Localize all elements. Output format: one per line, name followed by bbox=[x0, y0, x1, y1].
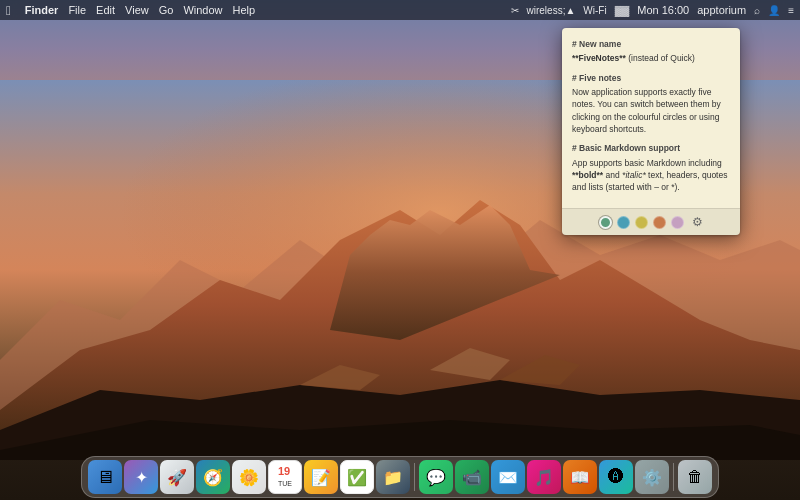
menubar-right: ✂ wireless;▲ Wi-Fi ▓▓ Mon 16:00 apptoriu… bbox=[511, 4, 794, 16]
edit-menu[interactable]: Edit bbox=[96, 4, 115, 16]
dock-separator bbox=[414, 463, 415, 491]
dock-item-appstore[interactable]: 🅐 bbox=[599, 460, 633, 494]
note-footer: ⚙ bbox=[562, 208, 740, 235]
clock-display: Mon 16:00 bbox=[637, 4, 689, 16]
user-icon[interactable]: 👤 bbox=[768, 5, 780, 16]
apptorium-label[interactable]: apptorium bbox=[697, 4, 746, 16]
color-dot-yellow[interactable] bbox=[635, 216, 648, 229]
dock-separator-2 bbox=[673, 463, 674, 491]
dock-item-ibooks[interactable]: 📖 bbox=[563, 460, 597, 494]
dock-item-itunes[interactable]: 🎵 bbox=[527, 460, 561, 494]
dock-item-siri[interactable]: ✦ bbox=[124, 460, 158, 494]
dock-item-photos[interactable]: 🌼 bbox=[232, 460, 266, 494]
dock-item-reminders[interactable]: ✅ bbox=[340, 460, 374, 494]
dock-item-folder[interactable]: 📁 bbox=[376, 460, 410, 494]
menubar-left:  Finder File Edit View Go Window Help bbox=[6, 3, 255, 18]
dock-item-mail[interactable]: ✉️ bbox=[491, 460, 525, 494]
dock-item-finder[interactable]: 🖥 bbox=[88, 460, 122, 494]
note-heading-1: # New name bbox=[572, 38, 730, 50]
apple-menu[interactable]:  bbox=[6, 3, 11, 18]
note-line-1: **FiveNotes** (instead of Quick) bbox=[572, 53, 695, 63]
search-icon[interactable]: ⌕ bbox=[754, 5, 760, 16]
dock-item-calendar[interactable]: 19TUE bbox=[268, 460, 302, 494]
note-content: # New name **FiveNotes** (instead of Qui… bbox=[562, 28, 740, 208]
dock-item-messages[interactable]: 💬 bbox=[419, 460, 453, 494]
note-section-3: # Basic Markdown support App supports ba… bbox=[572, 142, 730, 193]
battery-icon[interactable]: ▓▓ bbox=[615, 5, 630, 16]
dock-item-notes[interactable]: 📝 bbox=[304, 460, 338, 494]
dock-item-launchpad[interactable]: 🚀 bbox=[160, 460, 194, 494]
finder-menu[interactable]: Finder bbox=[25, 4, 59, 16]
note-heading-2: # Five notes bbox=[572, 72, 730, 84]
dock-item-facetime[interactable]: 📹 bbox=[455, 460, 489, 494]
color-dot-blue[interactable] bbox=[617, 216, 630, 229]
menu-icon[interactable]: ≡ bbox=[788, 5, 794, 16]
window-menu[interactable]: Window bbox=[183, 4, 222, 16]
dock-item-trash[interactable]: 🗑 bbox=[678, 460, 712, 494]
color-dot-pink[interactable] bbox=[671, 216, 684, 229]
dock-item-systemprefs[interactable]: ⚙️ bbox=[635, 460, 669, 494]
dock: 🖥 ✦ 🚀 🧭 🌼 19TUE 📝 ✅ 📁 bbox=[81, 456, 719, 498]
view-menu[interactable]: View bbox=[125, 4, 149, 16]
note-para-2: Now application supports exactly five no… bbox=[572, 87, 721, 134]
menubar:  Finder File Edit View Go Window Help ✂… bbox=[0, 0, 800, 20]
go-menu[interactable]: Go bbox=[159, 4, 174, 16]
note-heading-3: # Basic Markdown support bbox=[572, 142, 730, 154]
help-menu[interactable]: Help bbox=[233, 4, 256, 16]
fivenotes-widget[interactable]: # New name **FiveNotes** (instead of Qui… bbox=[562, 28, 740, 235]
settings-icon[interactable]: ⚙ bbox=[692, 215, 703, 229]
color-dot-green[interactable] bbox=[599, 216, 612, 229]
note-section-2: # Five notes Now application supports ex… bbox=[572, 72, 730, 136]
wifi-icon[interactable]: Wi-Fi bbox=[583, 5, 606, 16]
dock-item-safari[interactable]: 🧭 bbox=[196, 460, 230, 494]
note-section-1: # New name **FiveNotes** (instead of Qui… bbox=[572, 38, 730, 65]
desktop:  Finder File Edit View Go Window Help ✂… bbox=[0, 0, 800, 500]
note-para-3: App supports basic Markdown including **… bbox=[572, 158, 727, 193]
file-menu[interactable]: File bbox=[68, 4, 86, 16]
color-dot-orange[interactable] bbox=[653, 216, 666, 229]
scissors-icon: ✂ bbox=[511, 5, 519, 16]
wifi-icon[interactable]: wireless;▲ bbox=[527, 5, 576, 16]
